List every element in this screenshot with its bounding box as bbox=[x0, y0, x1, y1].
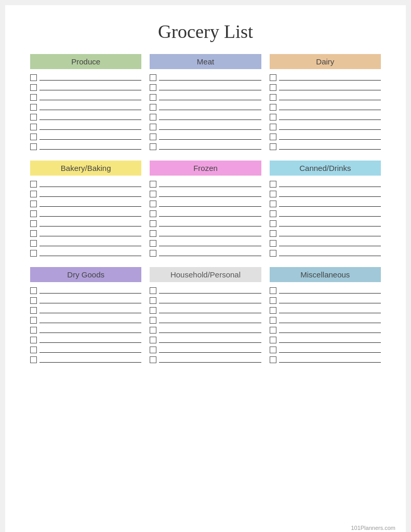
checkbox[interactable] bbox=[270, 94, 276, 101]
checkbox[interactable] bbox=[150, 317, 156, 324]
checkbox[interactable] bbox=[150, 347, 156, 353]
checkbox[interactable] bbox=[150, 74, 156, 81]
checkbox[interactable] bbox=[150, 114, 156, 121]
checkbox[interactable] bbox=[150, 124, 156, 130]
checkbox[interactable] bbox=[150, 287, 156, 294]
item-row bbox=[30, 181, 141, 189]
checkbox[interactable] bbox=[30, 84, 37, 91]
checkbox[interactable] bbox=[30, 250, 37, 257]
checkbox[interactable] bbox=[150, 104, 156, 111]
checkbox[interactable] bbox=[270, 287, 276, 294]
checkbox[interactable] bbox=[150, 201, 156, 207]
checkbox[interactable] bbox=[30, 337, 37, 343]
checkbox[interactable] bbox=[270, 201, 276, 207]
item-line bbox=[159, 216, 261, 217]
checkbox[interactable] bbox=[150, 297, 156, 304]
checkbox[interactable] bbox=[30, 94, 37, 101]
checkbox[interactable] bbox=[270, 240, 276, 247]
checkbox[interactable] bbox=[150, 337, 156, 343]
checkbox[interactable] bbox=[30, 114, 37, 121]
checkbox[interactable] bbox=[30, 327, 37, 334]
checkbox[interactable] bbox=[150, 94, 156, 101]
item-row bbox=[30, 210, 141, 218]
section-produce: Produce bbox=[26, 54, 145, 161]
item-line bbox=[159, 293, 261, 294]
item-line bbox=[159, 90, 261, 90]
checkbox[interactable] bbox=[270, 327, 276, 334]
checkbox[interactable] bbox=[270, 181, 276, 188]
item-row bbox=[270, 307, 381, 315]
checkbox[interactable] bbox=[150, 134, 156, 140]
item-line bbox=[159, 129, 261, 130]
items-meat bbox=[150, 74, 261, 151]
checkbox[interactable] bbox=[270, 307, 276, 314]
item-line bbox=[39, 293, 141, 294]
item-line bbox=[279, 80, 381, 81]
item-line bbox=[159, 246, 261, 246]
checkbox[interactable] bbox=[150, 220, 156, 227]
item-row bbox=[150, 240, 261, 248]
item-line bbox=[279, 196, 381, 197]
item-row bbox=[270, 356, 381, 364]
checkbox[interactable] bbox=[270, 347, 276, 353]
checkbox[interactable] bbox=[270, 74, 276, 81]
checkbox[interactable] bbox=[270, 84, 276, 91]
checkbox[interactable] bbox=[270, 337, 276, 343]
checkbox[interactable] bbox=[270, 104, 276, 111]
checkbox[interactable] bbox=[30, 220, 37, 227]
checkbox[interactable] bbox=[270, 356, 276, 363]
checkbox[interactable] bbox=[150, 210, 156, 217]
checkbox[interactable] bbox=[150, 84, 156, 91]
checkbox[interactable] bbox=[270, 230, 276, 237]
item-line bbox=[39, 313, 141, 313]
checkbox[interactable] bbox=[30, 143, 37, 150]
checkbox[interactable] bbox=[150, 240, 156, 247]
item-row bbox=[30, 287, 141, 295]
checkbox[interactable] bbox=[150, 250, 156, 257]
checkbox[interactable] bbox=[30, 181, 37, 188]
checkbox[interactable] bbox=[270, 297, 276, 304]
checkbox[interactable] bbox=[150, 143, 156, 150]
item-line bbox=[39, 332, 141, 333]
checkbox[interactable] bbox=[150, 307, 156, 314]
checkbox[interactable] bbox=[30, 347, 37, 353]
checkbox[interactable] bbox=[30, 74, 37, 81]
item-row bbox=[30, 74, 141, 82]
item-line bbox=[279, 332, 381, 333]
item-row bbox=[150, 220, 261, 228]
checkbox[interactable] bbox=[150, 327, 156, 334]
checkbox[interactable] bbox=[30, 230, 37, 237]
checkbox[interactable] bbox=[270, 134, 276, 140]
checkbox[interactable] bbox=[30, 240, 37, 247]
checkbox[interactable] bbox=[270, 317, 276, 324]
checkbox[interactable] bbox=[270, 191, 276, 197]
section-meat: Meat bbox=[145, 54, 265, 161]
item-row bbox=[270, 104, 381, 112]
item-row bbox=[30, 124, 141, 131]
checkbox[interactable] bbox=[30, 201, 37, 207]
item-line bbox=[39, 342, 141, 343]
checkbox[interactable] bbox=[30, 191, 37, 197]
item-row bbox=[30, 356, 141, 364]
checkbox[interactable] bbox=[30, 210, 37, 217]
checkbox[interactable] bbox=[270, 210, 276, 217]
checkbox[interactable] bbox=[30, 307, 37, 314]
checkbox[interactable] bbox=[150, 230, 156, 237]
checkbox[interactable] bbox=[30, 104, 37, 111]
checkbox[interactable] bbox=[30, 124, 37, 130]
checkbox[interactable] bbox=[30, 297, 37, 304]
checkbox[interactable] bbox=[150, 181, 156, 188]
checkbox[interactable] bbox=[30, 287, 37, 294]
checkbox[interactable] bbox=[150, 356, 156, 363]
checkbox[interactable] bbox=[30, 356, 37, 363]
checkbox[interactable] bbox=[270, 114, 276, 121]
checkbox[interactable] bbox=[150, 191, 156, 197]
checkbox[interactable] bbox=[270, 220, 276, 227]
checkbox[interactable] bbox=[270, 143, 276, 150]
item-line bbox=[279, 129, 381, 130]
checkbox[interactable] bbox=[270, 250, 276, 257]
item-row bbox=[150, 191, 261, 198]
checkbox[interactable] bbox=[30, 134, 37, 140]
checkbox[interactable] bbox=[270, 124, 276, 130]
checkbox[interactable] bbox=[30, 317, 37, 324]
